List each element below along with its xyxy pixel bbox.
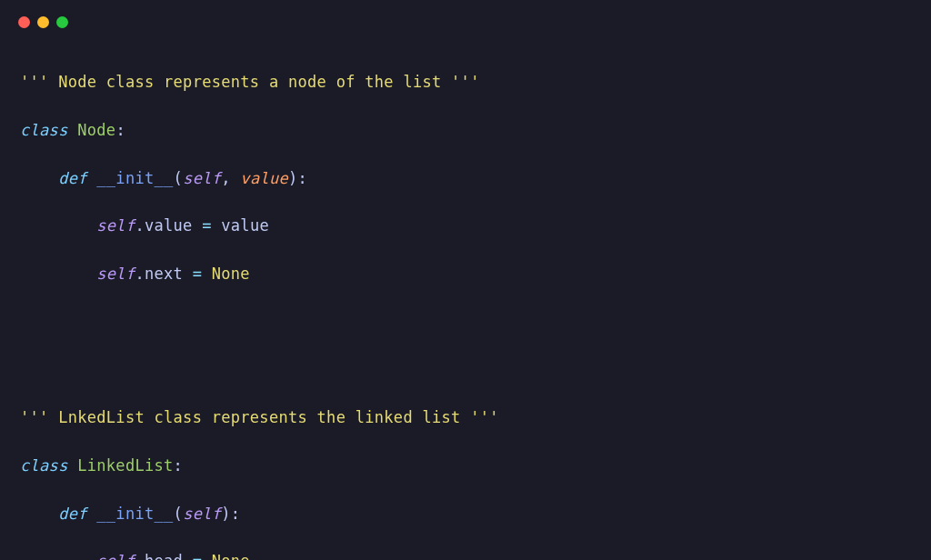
- code-line: self.head = None: [20, 549, 911, 560]
- maximize-icon[interactable]: [56, 16, 68, 28]
- docstring-quote: ''': [20, 408, 58, 426]
- operator-assign: =: [202, 216, 212, 235]
- self-reference: self: [96, 216, 135, 235]
- attribute: next: [145, 265, 183, 283]
- space: [68, 121, 78, 139]
- dot: .: [135, 216, 145, 235]
- dot: .: [135, 265, 145, 283]
- paren-open: (: [174, 505, 184, 523]
- close-icon[interactable]: [18, 16, 30, 28]
- dot: .: [135, 552, 145, 560]
- docstring-text: LnkedList class represents the linked li…: [58, 408, 460, 426]
- minimize-icon[interactable]: [37, 16, 49, 28]
- self-reference: self: [96, 265, 135, 283]
- constant-none: None: [212, 265, 250, 283]
- code-line: class Node:: [20, 118, 911, 142]
- space: [202, 552, 212, 560]
- code-line-blank: [20, 357, 911, 381]
- comma: ,: [221, 169, 240, 187]
- space: [202, 265, 212, 283]
- self-reference: self: [96, 552, 135, 560]
- keyword-class: class: [20, 121, 68, 139]
- code-line: self.value = value: [20, 214, 911, 237]
- colon: :: [174, 456, 184, 475]
- space: [87, 505, 97, 523]
- attribute: head: [145, 552, 183, 560]
- class-name: LinkedList: [77, 456, 173, 475]
- code-line: ''' LnkedList class represents the linke…: [20, 405, 911, 429]
- code-line: self.next = None: [20, 262, 911, 285]
- code-editor: ''' Node class represents a node of the …: [0, 37, 931, 560]
- paren-open: (: [174, 169, 184, 187]
- variable: value: [221, 216, 269, 235]
- docstring-quote: ''': [442, 73, 480, 91]
- space: [183, 552, 193, 560]
- function-name: __init__: [96, 169, 173, 187]
- window-controls: [0, 0, 931, 37]
- colon: :: [115, 121, 125, 139]
- attribute: value: [145, 216, 193, 235]
- self-param: self: [183, 505, 221, 523]
- space: [193, 216, 203, 235]
- paren-close: ):: [221, 505, 240, 523]
- code-line: ''' Node class represents a node of the …: [20, 70, 911, 94]
- self-param: self: [183, 169, 221, 187]
- docstring-quote: ''': [20, 73, 58, 91]
- paren-close: ):: [288, 169, 307, 187]
- space: [183, 265, 193, 283]
- space: [68, 456, 78, 475]
- keyword-def: def: [58, 505, 87, 523]
- param-name: value: [240, 169, 288, 187]
- operator-assign: =: [193, 552, 203, 560]
- function-name: __init__: [96, 505, 173, 523]
- code-line-blank: [20, 310, 911, 334]
- docstring-quote: ''': [461, 408, 499, 426]
- code-line: def __init__(self):: [20, 502, 911, 525]
- keyword-def: def: [58, 169, 87, 187]
- docstring-text: Node class represents a node of the list: [58, 73, 441, 91]
- operator-assign: =: [193, 265, 203, 283]
- code-line: def __init__(self, value):: [20, 166, 911, 190]
- code-line: class LinkedList:: [20, 454, 911, 477]
- space: [212, 216, 222, 235]
- keyword-class: class: [20, 456, 68, 475]
- space: [87, 169, 97, 187]
- constant-none: None: [212, 552, 250, 560]
- class-name: Node: [77, 121, 115, 139]
